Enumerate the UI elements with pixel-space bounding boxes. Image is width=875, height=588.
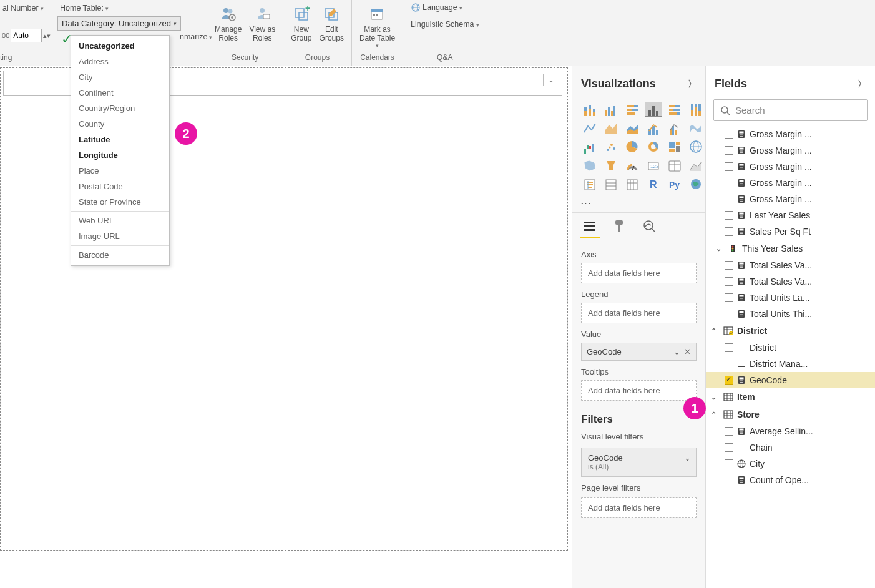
data-category-option[interactable]: Uncategorized (71, 38, 169, 54)
viz-type-0[interactable] (581, 102, 599, 117)
fields-table-store[interactable]: ⌃Store (706, 406, 875, 423)
remove-field-icon[interactable]: ✕ (684, 347, 691, 356)
field-item[interactable]: Gross Margin ... (706, 191, 875, 207)
visual-filter-geocode[interactable]: GeoCode is (All) ⌄ (581, 448, 697, 477)
data-category-option[interactable]: Continent (71, 85, 169, 100)
value-well-item[interactable]: GeoCode ⌄✕ (581, 343, 697, 361)
tooltips-well[interactable]: Add data fields here (581, 380, 697, 401)
viz-type-29[interactable] (687, 177, 705, 192)
viz-type-3[interactable] (645, 102, 662, 117)
data-category-option[interactable]: Postal Code (71, 179, 169, 194)
viz-type-16[interactable] (666, 139, 683, 154)
fields-tab[interactable] (581, 218, 597, 234)
viz-type-25[interactable] (602, 177, 620, 192)
field-item[interactable]: Total Units La... (706, 290, 875, 306)
edit-groups-button[interactable]: Edit Groups (317, 1, 346, 45)
number-format-dropdown[interactable]: al Number (0, 2, 46, 14)
viz-type-9[interactable] (645, 120, 662, 135)
field-checkbox[interactable] (725, 146, 733, 155)
field-checkbox[interactable] (725, 179, 733, 187)
field-item[interactable]: Total Sales Va... (706, 257, 875, 273)
field-item[interactable]: Gross Margin ... (706, 175, 875, 191)
collapse-pane-icon[interactable]: 〉 (688, 79, 697, 90)
field-checkbox[interactable] (725, 211, 733, 220)
field-item[interactable]: District (706, 340, 875, 356)
visual-options-chevron[interactable]: ⌄ (543, 74, 559, 86)
more-visuals-button[interactable]: ... (572, 197, 705, 212)
collapse-pane-icon[interactable]: 〉 (858, 79, 866, 90)
axis-well[interactable]: Add data fields here (581, 263, 697, 283)
field-item[interactable]: Chain (706, 439, 875, 456)
linguistic-schema-dropdown[interactable]: Linguistic Schema (408, 19, 481, 30)
field-checkbox[interactable] (725, 360, 733, 368)
viz-type-20[interactable] (623, 158, 641, 173)
data-category-option[interactable]: Longitude (71, 147, 169, 163)
field-item[interactable]: GeoCode (706, 372, 875, 388)
viz-type-24[interactable] (581, 177, 599, 192)
data-category-option[interactable]: Address (71, 54, 169, 69)
data-category-option[interactable]: County (71, 116, 169, 132)
data-category-option[interactable]: Web URL (71, 213, 169, 228)
field-item[interactable]: Sales Per Sq Ft (706, 223, 875, 240)
field-item[interactable]: Average Sellin... (706, 423, 875, 439)
field-checkbox[interactable] (725, 443, 733, 452)
field-item[interactable]: Gross Margin ... (706, 126, 875, 142)
field-checkbox[interactable] (725, 277, 733, 286)
viz-type-11[interactable] (687, 120, 705, 135)
home-table-dropdown[interactable]: Home Table: (57, 2, 111, 14)
page-filters-well[interactable]: Add data fields here (581, 497, 697, 518)
viz-type-22[interactable] (666, 158, 683, 173)
viz-type-10[interactable] (666, 120, 683, 135)
viz-type-19[interactable] (602, 158, 620, 173)
viz-type-21[interactable]: 123 (645, 158, 662, 173)
data-category-option[interactable]: Latitude (71, 132, 169, 147)
field-item[interactable]: City (706, 456, 875, 472)
data-category-option[interactable]: State or Province (71, 194, 169, 210)
fields-table-district[interactable]: ⌃District (706, 322, 875, 340)
viz-type-17[interactable] (687, 139, 705, 154)
field-item[interactable]: Count of Ope... (706, 472, 875, 488)
viz-type-14[interactable] (623, 139, 641, 154)
viz-type-18[interactable] (581, 158, 599, 173)
data-category-option[interactable]: Country/Region (71, 100, 169, 116)
viz-type-15[interactable] (645, 139, 662, 154)
decimal-places-input[interactable] (11, 29, 42, 42)
field-item[interactable]: Total Sales Va... (706, 273, 875, 290)
manage-roles-button[interactable]: Manage Roles (212, 1, 244, 45)
viz-type-6[interactable] (581, 120, 599, 135)
fields-table-item[interactable]: ⌄Item (706, 388, 875, 406)
viz-type-7[interactable] (602, 120, 620, 135)
viz-type-13[interactable] (602, 139, 620, 154)
analytics-tab[interactable] (641, 218, 657, 234)
language-dropdown[interactable]: Language (408, 1, 465, 14)
viz-type-27[interactable]: R (645, 177, 662, 192)
field-checkbox[interactable] (725, 130, 733, 139)
data-category-option[interactable]: Image URL (71, 228, 169, 244)
field-checkbox[interactable] (725, 427, 733, 436)
chevron-down-icon[interactable]: ⌄ (673, 347, 680, 356)
field-checkbox[interactable] (725, 162, 733, 171)
data-category-option[interactable]: Barcode (71, 247, 169, 263)
field-checkbox[interactable] (725, 261, 733, 270)
fields-search[interactable]: Search (713, 99, 868, 121)
viz-type-8[interactable] (623, 120, 641, 135)
field-checkbox[interactable] (725, 227, 733, 236)
viz-type-2[interactable] (623, 102, 641, 117)
viz-type-12[interactable] (581, 139, 599, 154)
mark-date-table-button[interactable]: Mark as Date Table ▾ (357, 1, 398, 51)
field-item[interactable]: District Mana... (706, 356, 875, 372)
field-checkbox[interactable] (725, 195, 733, 203)
data-category-option[interactable]: Place (71, 163, 169, 179)
data-category-option[interactable]: City (71, 69, 169, 85)
viz-type-5[interactable] (687, 102, 705, 117)
field-checkbox[interactable] (725, 376, 733, 385)
legend-well[interactable]: Add data fields here (581, 303, 697, 323)
chevron-down-icon[interactable]: ⌄ (684, 453, 691, 463)
format-tab[interactable] (611, 218, 627, 234)
field-checkbox[interactable] (725, 310, 733, 318)
field-item[interactable]: Gross Margin ... (706, 159, 875, 175)
field-item[interactable]: Gross Margin ... (706, 142, 875, 159)
data-category-dropdown[interactable]: Data Category: Uncategorized (57, 16, 181, 31)
field-checkbox[interactable] (725, 293, 733, 302)
field-item[interactable]: Total Units Thi... (706, 306, 875, 322)
